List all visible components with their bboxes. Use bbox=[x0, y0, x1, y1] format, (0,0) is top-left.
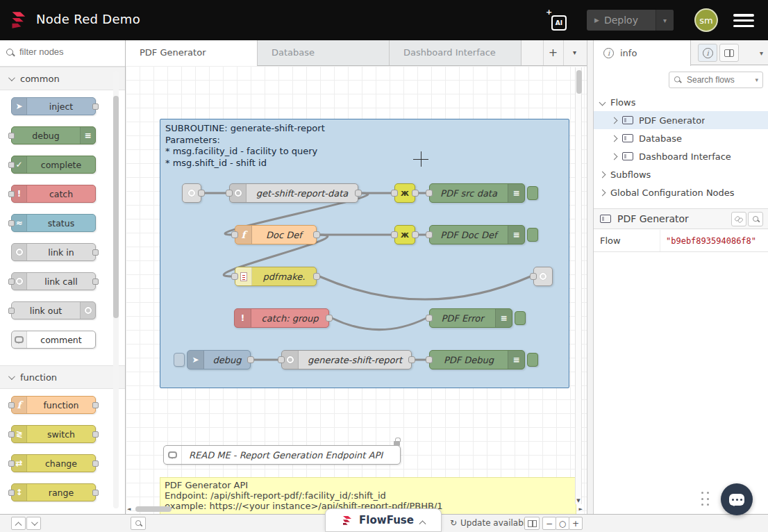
zoom-in-button[interactable]: + bbox=[569, 517, 583, 530]
palette-category-function[interactable]: function bbox=[0, 365, 125, 389]
palette-node-comment[interactable]: comment bbox=[11, 331, 96, 349]
node-port[interactable] bbox=[426, 356, 433, 363]
canvas-vertical-scrollbar[interactable]: ▼ bbox=[575, 67, 582, 504]
tree-item-flows[interactable]: Flows bbox=[594, 93, 768, 111]
palette-node-function[interactable]: ffunction bbox=[11, 396, 96, 414]
debug-toggle-button[interactable] bbox=[527, 228, 538, 242]
palette-node-inject[interactable]: ➤inject bbox=[11, 97, 96, 115]
bug-node-2[interactable]: ж bbox=[394, 225, 415, 244]
tree-item-global-configuration-nodes[interactable]: Global Configuration Nodes bbox=[594, 183, 768, 201]
node-port[interactable] bbox=[92, 402, 99, 408]
debug-toggle-button[interactable] bbox=[527, 186, 538, 200]
expand-categories-button[interactable] bbox=[26, 517, 41, 530]
ai-assistant-button[interactable]: + AI bbox=[546, 10, 567, 31]
debug-toggle-button[interactable] bbox=[527, 353, 538, 367]
search-flows-box[interactable]: ▾ bbox=[669, 72, 763, 88]
palette-node-debug[interactable]: ≡debug bbox=[11, 126, 96, 144]
deploy-options-button[interactable]: ▾ bbox=[656, 10, 674, 31]
copy-link-button[interactable] bbox=[731, 212, 746, 226]
chevron-down-icon[interactable] bbox=[599, 99, 606, 106]
node-port[interactable] bbox=[226, 190, 233, 197]
sidebar-tab-menu-button[interactable]: ▾ bbox=[760, 49, 763, 57]
main-menu-button[interactable] bbox=[733, 14, 754, 27]
node-port[interactable] bbox=[391, 231, 398, 238]
node-port[interactable] bbox=[198, 190, 205, 197]
node-port[interactable] bbox=[8, 162, 15, 168]
flow-list-dropdown-button[interactable]: ▾ bbox=[563, 40, 585, 65]
zoom-reset-button[interactable]: ○ bbox=[556, 517, 569, 530]
chevron-right-icon[interactable] bbox=[611, 135, 618, 142]
palette-scrollbar[interactable] bbox=[113, 71, 119, 508]
node-port[interactable] bbox=[8, 460, 15, 467]
debug-pdf-error[interactable]: ≡PDF Error bbox=[429, 308, 512, 328]
node-port[interactable] bbox=[355, 190, 362, 197]
link-out-node[interactable] bbox=[533, 267, 553, 286]
deploy-button[interactable]: ▶ Deploy ▾ bbox=[587, 10, 674, 31]
palette-node-range[interactable]: ↕range bbox=[11, 483, 96, 501]
flow-canvas[interactable]: SUBROUTINE: generate-shift-reportParamet… bbox=[126, 65, 587, 514]
chevron-right-icon[interactable] bbox=[611, 117, 618, 124]
tab-pdf-generator[interactable]: PDF Generator bbox=[126, 40, 258, 66]
palette-node-switch[interactable]: ≷switch bbox=[11, 425, 96, 443]
node-port[interactable] bbox=[92, 103, 99, 110]
search-flow-button[interactable] bbox=[748, 212, 763, 226]
bug-node-1[interactable]: ж bbox=[394, 183, 415, 203]
palette-node-link-out[interactable]: link out bbox=[11, 301, 96, 319]
debug-pdf-doc-def[interactable]: ≡PDF Doc Def bbox=[429, 225, 525, 244]
debug-pdf-debug[interactable]: ≡PDF Debug bbox=[429, 350, 525, 369]
tab-info[interactable]: i info bbox=[594, 40, 691, 66]
catch-group-node[interactable]: !catch: group bbox=[234, 308, 329, 328]
node-port[interactable] bbox=[8, 431, 15, 438]
link-in-node[interactable] bbox=[182, 183, 201, 203]
tree-item-subflows[interactable]: Subflows bbox=[594, 165, 768, 183]
inject-debug[interactable]: ➤debug bbox=[187, 350, 251, 369]
sidebar-splitter[interactable] bbox=[587, 40, 594, 514]
node-port[interactable] bbox=[8, 279, 15, 285]
node-port[interactable] bbox=[92, 460, 99, 467]
node-port[interactable] bbox=[426, 190, 433, 197]
palette-node-link-call[interactable]: link call bbox=[11, 272, 96, 290]
node-port[interactable] bbox=[412, 231, 419, 238]
scrollbar-thumb[interactable] bbox=[576, 70, 582, 94]
palette-node-link-in[interactable]: link in bbox=[11, 243, 96, 261]
link-call-generate-shift-report[interactable]: generate-shift-report bbox=[281, 350, 412, 369]
node-port[interactable] bbox=[408, 356, 415, 363]
chevron-right-icon[interactable] bbox=[599, 189, 606, 196]
user-avatar[interactable]: sm bbox=[694, 8, 718, 32]
node-port[interactable] bbox=[8, 308, 15, 314]
comment-node-readme[interactable]: READ ME - Report Generation Endpoint API bbox=[163, 445, 401, 465]
node-port[interactable] bbox=[92, 249, 99, 256]
chevron-right-icon[interactable] bbox=[599, 171, 606, 178]
chat-button[interactable] bbox=[721, 483, 753, 515]
tab-dashboard-interface[interactable]: Dashboard Interface bbox=[390, 40, 521, 65]
node-port[interactable] bbox=[8, 133, 15, 139]
canvas-search-button[interactable] bbox=[131, 517, 146, 530]
chevron-right-icon[interactable] bbox=[611, 153, 618, 160]
node-port[interactable] bbox=[8, 191, 15, 197]
node-port[interactable] bbox=[92, 279, 99, 285]
search-flows-input[interactable] bbox=[687, 75, 751, 85]
palette-node-status[interactable]: ≈status bbox=[11, 214, 96, 232]
scrollbar-thumb[interactable] bbox=[135, 506, 172, 512]
scroll-down-icon[interactable]: ▼ bbox=[576, 498, 581, 504]
flowfuse-drawer-button[interactable]: FlowFuse bbox=[325, 508, 442, 532]
tab-node-help[interactable]: i bbox=[698, 44, 717, 62]
update-available-link[interactable]: ↻ Update available bbox=[450, 518, 531, 528]
node-port[interactable] bbox=[313, 273, 320, 280]
debug-toggle-button[interactable] bbox=[515, 311, 526, 325]
palette-filter-input[interactable] bbox=[19, 47, 108, 57]
node-port[interactable] bbox=[8, 220, 15, 226]
debug-pdf-src-data[interactable]: ≡PDF src data bbox=[429, 183, 525, 203]
palette-node-complete[interactable]: ✓complete bbox=[11, 156, 96, 174]
palette-category-common[interactable]: common bbox=[0, 67, 125, 90]
node-port[interactable] bbox=[8, 490, 15, 496]
node-port[interactable] bbox=[391, 190, 398, 197]
palette-node-change[interactable]: ⇄change bbox=[11, 454, 96, 472]
scroll-right-icon[interactable]: ► bbox=[579, 506, 583, 512]
link-call-get-shift-report-data[interactable]: get-shift-report-data bbox=[229, 183, 358, 203]
node-port[interactable] bbox=[426, 315, 433, 322]
widget-drag-handle[interactable] bbox=[701, 492, 710, 507]
node-port[interactable] bbox=[92, 490, 99, 496]
node-port[interactable] bbox=[326, 315, 333, 322]
node-port[interactable] bbox=[412, 190, 419, 197]
